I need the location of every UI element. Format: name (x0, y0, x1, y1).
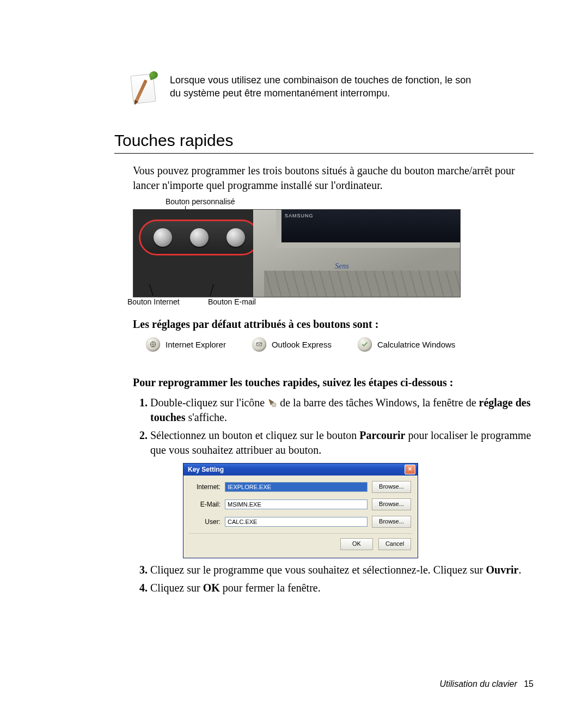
row-user-input[interactable] (225, 517, 367, 527)
row-internet-browse[interactable]: Browse... (372, 481, 411, 493)
step-4-c: pour fermer la fenêtre. (223, 582, 321, 594)
close-icon: × (408, 465, 412, 473)
row-internet-input[interactable] (225, 482, 367, 492)
svg-rect-1 (256, 343, 261, 346)
buttons-figure: Bouton personnalisé SAMSUNG Sens Bouton … (133, 200, 470, 304)
reprogram-heading: Pour reprogrammer les touches rapides, s… (133, 376, 534, 389)
section-heading: Touches rapides (114, 131, 534, 150)
step-4-bold: OK (203, 582, 220, 594)
row-email-label: E-Mail: (190, 500, 220, 509)
step-1-b: de la barre des tâches Windows, la fenêt… (280, 397, 479, 409)
sens-label: Sens (335, 262, 349, 271)
custom-button-icon (358, 337, 372, 351)
step-4: Cliquez sur OK pour fermer la fenêtre. (150, 581, 534, 595)
step-3-a: Cliquez sur le programme que vous souhai… (150, 564, 486, 576)
step-1-d: s'affiche. (188, 411, 227, 423)
step-3-c: . (518, 564, 521, 576)
default-ie: Internet Explorer (166, 340, 226, 349)
internet-button-icon (146, 337, 160, 351)
callout-email-button: Bouton E-mail (208, 297, 256, 306)
brand-label: SAMSUNG (285, 213, 314, 218)
row-email-input[interactable] (225, 499, 367, 509)
row-internet-label: Internet: (190, 483, 220, 491)
step-2: Sélectionnez un bouton et cliquez sur le… (150, 428, 534, 558)
defaults-heading: Les réglages par défaut attribués à ces … (133, 318, 534, 331)
footer-page-number: 15 (524, 679, 534, 688)
key-setting-dialog: Key Setting × Internet: Browse... E-Mail… (183, 463, 418, 558)
hw-button-internet (154, 228, 172, 247)
hw-button-email (190, 228, 209, 247)
intro-paragraph: Vous pouvez programmer les trois boutons… (133, 163, 534, 193)
hw-button-custom (226, 228, 245, 247)
svg-rect-2 (272, 403, 276, 407)
footer-text: Utilisation du clavier (439, 679, 517, 688)
section-rule (114, 153, 534, 154)
buttons-highlight (139, 220, 260, 255)
note-text: Lorsque vous utilisez une combinaison de… (170, 74, 475, 100)
step-3: Cliquez sur le programme que vous souhai… (150, 563, 534, 577)
step-1-a: Double-cliquez sur l'icône (150, 397, 267, 409)
note-icon (131, 74, 157, 104)
row-user-label: User: (190, 517, 220, 526)
email-button-icon (252, 337, 266, 351)
dialog-cancel-button[interactable]: Cancel (378, 538, 411, 550)
callout-custom-button: Bouton personnalisé (166, 197, 235, 206)
default-calc: Calculatrice Windows (377, 340, 455, 349)
tray-cursor-icon (267, 397, 277, 407)
dialog-ok-button[interactable]: OK (340, 538, 373, 550)
step-3-bold: Ouvrir (486, 564, 518, 576)
step-2-bold: Parcourir (359, 429, 405, 441)
default-outlook: Outlook Express (272, 340, 332, 349)
step-1: Double-cliquez sur l'icône de la barre d… (150, 395, 534, 425)
callout-internet-button: Bouton Internet (127, 297, 180, 306)
row-user-browse[interactable]: Browse... (372, 516, 411, 528)
dialog-title: Key Setting (188, 465, 224, 474)
step-2-a: Sélectionnez un bouton et cliquez sur le… (150, 429, 359, 441)
row-email-browse[interactable]: Browse... (372, 498, 411, 510)
dialog-close-button[interactable]: × (405, 465, 415, 474)
step-4-a: Cliquez sur (150, 582, 203, 594)
